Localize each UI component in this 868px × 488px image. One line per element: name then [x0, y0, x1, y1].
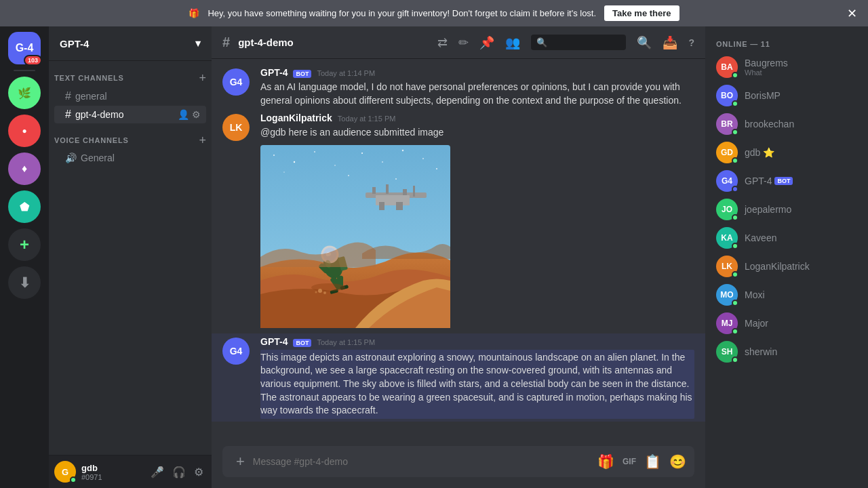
msg-timestamp-1: Today at 1:14 PM	[317, 69, 375, 77]
voice-channels-category[interactable]: VOICE CHANNELS +	[49, 129, 212, 149]
msg-image[interactable]	[260, 145, 450, 331]
server-icon-5[interactable]: ⬟	[8, 190, 41, 223]
channel-sidebar: GPT-4 ▾ TEXT CHANNELS + # general # gpt-…	[49, 26, 212, 488]
member-avatar-brookechan: BR	[716, 113, 738, 135]
svg-point-36	[315, 291, 317, 293]
member-item-major[interactable]: MJ Major	[711, 310, 863, 337]
svg-point-6	[382, 161, 383, 163]
svg-point-5	[361, 152, 363, 154]
members-button[interactable]: 👥	[505, 35, 520, 50]
chat-area: # gpt-4-demo ⇄ ✏ 📌 👥 🔍 📥 ? G4	[212, 26, 705, 488]
gift-input-button[interactable]: 🎁	[595, 451, 617, 472]
member-status-brookechan	[732, 129, 738, 136]
apps-input-button[interactable]: 📋	[642, 451, 664, 472]
member-item-brookechan[interactable]: BR brookechan	[711, 110, 863, 138]
member-name-borismp: BorisMP	[745, 90, 781, 101]
member-item-logankilpatrick[interactable]: LK LoganKilpatrick	[711, 253, 863, 280]
deafen-button[interactable]: 🎧	[170, 463, 189, 481]
text-channels-category[interactable]: TEXT CHANNELS +	[49, 66, 212, 87]
channel-item-general[interactable]: # general	[54, 87, 206, 105]
notification-bar: 🎁 Hey, you have something waiting for yo…	[0, 0, 868, 26]
msg-author-2[interactable]: LoganKilpatrick	[260, 113, 332, 123]
member-star-gdb: ⭐	[763, 147, 774, 158]
mute-button[interactable]: 🎤	[148, 463, 167, 481]
msg-text-1: As an AI language model, I do not have p…	[260, 81, 694, 107]
member-item-gpt4[interactable]: G4 GPT-4 BOT	[711, 167, 863, 195]
member-avatar-logankilpatrick: LK	[716, 256, 738, 277]
msg-header-3: GPT-4 BOT Today at 1:15 PM	[260, 336, 694, 347]
notification-gift-icon: 🎁	[189, 8, 199, 18]
channel-header[interactable]: GPT-4 ▾	[49, 26, 212, 61]
svg-point-10	[283, 171, 285, 173]
member-name-moxi: Moxi	[745, 289, 765, 300]
edit-button[interactable]: ✏	[458, 35, 469, 50]
member-avatar-joepalermo: JO	[716, 199, 738, 220]
msg-author-3[interactable]: GPT-4	[260, 336, 288, 347]
add-text-channel-button[interactable]: +	[199, 72, 206, 84]
user-settings-button[interactable]: ⚙	[191, 463, 206, 481]
member-item-borismp[interactable]: BO BorisMP	[711, 82, 863, 109]
help-button[interactable]: ?	[688, 37, 694, 48]
pin-button[interactable]: 📌	[479, 35, 494, 50]
member-status-joepalermo	[732, 214, 738, 221]
channel-settings-button[interactable]: 👤	[178, 109, 189, 120]
add-content-button[interactable]: +	[233, 446, 248, 477]
threads-button[interactable]: ⇄	[437, 35, 448, 50]
member-avatar-baugrems: BA	[716, 56, 738, 78]
channel-edit-button[interactable]: ⚙	[192, 109, 201, 120]
svg-rect-14	[372, 187, 376, 194]
svg-point-1	[273, 155, 275, 156]
member-avatar-major: MJ	[716, 312, 738, 334]
take-me-there-button[interactable]: Take me there	[604, 5, 679, 21]
member-item-kaveen[interactable]: KA Kaveen	[711, 224, 863, 251]
msg-content-2: LoganKilpatrick Today at 1:15 PM @gdb he…	[260, 113, 694, 331]
server-badge: 103	[24, 55, 42, 66]
user-name: gdb	[81, 463, 142, 473]
svg-rect-15	[386, 184, 389, 194]
channel-name-gpt4demo: gpt-4-demo	[75, 109, 174, 120]
member-avatar-sherwin: SH	[716, 341, 738, 363]
notification-close-button[interactable]: ✕	[847, 7, 857, 20]
msg-avatar-2: LK	[222, 114, 250, 141]
server-icon-gpt4[interactable]: G-4 103	[8, 32, 41, 64]
hash-icon-gpt4demo: #	[65, 108, 71, 121]
svg-point-12	[395, 178, 397, 180]
emoji-input-button[interactable]: 😊	[667, 451, 689, 472]
svg-point-35	[323, 291, 326, 294]
server-icon-3[interactable]: ●	[8, 115, 41, 147]
astronaut-scene-svg	[260, 145, 450, 328]
msg-timestamp-3: Today at 1:15 PM	[317, 338, 375, 346]
user-tag: #0971	[81, 473, 142, 481]
server-icon-2[interactable]: 🌿	[8, 77, 41, 109]
message-input[interactable]	[253, 449, 589, 474]
msg-author-1[interactable]: GPT-4	[260, 67, 288, 78]
member-item-sherwin[interactable]: SH sherwin	[711, 338, 863, 365]
member-avatar-borismp: BO	[716, 85, 738, 106]
user-controls: 🎤 🎧 ⚙	[148, 463, 206, 481]
messages-container: G4 GPT-4 BOT Today at 1:14 PM As an AI l…	[212, 59, 705, 446]
channel-item-gpt4demo[interactable]: # gpt-4-demo 👤 ⚙	[54, 106, 206, 123]
user-avatar-label: G	[62, 467, 68, 477]
user-panel: G gdb #0971 🎤 🎧 ⚙	[49, 455, 212, 488]
member-item-joepalermo[interactable]: JO joepalermo	[711, 196, 863, 223]
hash-icon-general: #	[65, 90, 71, 102]
member-item-moxi[interactable]: MO Moxi	[711, 281, 863, 308]
member-item-gdb[interactable]: GD gdb ⭐	[711, 139, 863, 166]
inbox-button[interactable]: 📥	[663, 35, 677, 50]
user-avatar[interactable]: G	[54, 461, 76, 483]
voice-channel-general[interactable]: 🔊 General	[54, 150, 206, 166]
search-input[interactable]	[531, 35, 626, 50]
search-button[interactable]: 🔍	[637, 35, 652, 50]
member-item-baugrems[interactable]: BA Baugrems What	[711, 54, 863, 81]
add-voice-channel-button[interactable]: +	[199, 134, 206, 146]
gif-input-button[interactable]: GIF	[620, 454, 639, 469]
server-icon-add[interactable]: +	[8, 228, 41, 261]
channel-hash-icon: #	[222, 35, 230, 50]
svg-point-7	[402, 150, 403, 151]
message-group-1: G4 GPT-4 BOT Today at 1:14 PM As an AI l…	[212, 64, 705, 110]
member-status-moxi	[732, 300, 738, 306]
server-icon-4[interactable]: ♦	[8, 152, 41, 185]
server-icon-download[interactable]: ⬇	[8, 266, 41, 299]
input-actions: 🎁 GIF 📋 😊	[595, 451, 689, 472]
chat-header-actions: ⇄ ✏ 📌 👥 🔍 📥 ?	[437, 35, 694, 50]
